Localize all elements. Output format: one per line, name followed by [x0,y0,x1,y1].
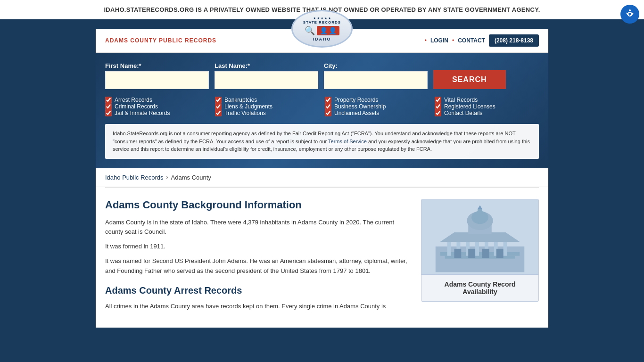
search-form: First Name:* Last Name:* City: SEARCH [105,62,539,89]
checkbox-criminal-records-label: Criminal Records [115,103,158,110]
arrest-section-title: Adams County Arrest Records [105,285,410,296]
svg-rect-18 [454,248,461,258]
phone-button[interactable]: (208) 218-8138 [489,34,539,47]
checkbox-registered-licenses-label: Registered Licenses [444,103,495,110]
checkbox-vital-records-label: Vital Records [444,97,478,103]
card-header: ADAMS COUNTY PUBLIC RECORDS ★ ★ ★ ★ ★ ST… [96,29,548,53]
checkbox-bankruptcies-input[interactable] [215,97,222,103]
main-content: Adams County Background Information Adam… [105,199,410,317]
svg-rect-11 [504,241,507,255]
county-title: ADAMS COUNTY PUBLIC RECORDS [105,37,216,44]
checkbox-vital-records-input[interactable] [435,97,441,103]
logo-oval: ★ ★ ★ ★ ★ STATE RECORDS 🔍 👤 👤 IDAHO [291,10,353,48]
checkbox-col-2: Bankruptcies Liens & Judgments Traffic V… [215,97,319,116]
checkbox-grid: Arrest Records Criminal Records Jail & I… [105,97,539,116]
checkbox-liens-judgments-input[interactable] [215,103,222,110]
svg-rect-5 [447,241,451,255]
checkbox-property-records: Property Records [325,97,429,103]
main-card: ADAMS COUNTY PUBLIC RECORDS ★ ★ ★ ★ ★ ST… [96,29,548,328]
checkbox-property-records-input[interactable] [325,97,331,103]
logo-container: ★ ★ ★ ★ ★ STATE RECORDS 🔍 👤 👤 IDAHO [291,10,353,48]
logo-bottom-text: IDAHO [303,37,341,41]
svg-rect-19 [468,248,475,258]
checkbox-contact-details: Contact Details [435,110,539,116]
last-name-input[interactable] [215,71,318,89]
checkbox-liens-judgments-label: Liens & Judgments [224,103,272,110]
checkbox-bankruptcies: Bankruptcies [215,97,319,103]
checkbox-vital-records: Vital Records [435,97,539,103]
first-name-group: First Name:* [105,62,209,89]
checkbox-traffic-violations-input[interactable] [215,110,222,116]
checkbox-business-ownership-input[interactable] [325,103,331,110]
svg-rect-3 [440,252,520,255]
logo-icons: 🔍 👤 👤 [303,25,341,36]
person-icon-1: 👤 [320,27,328,34]
last-name-label: Last Name:* [215,62,318,69]
first-name-label: First Name:* [105,62,209,69]
checkbox-arrest-records: Arrest Records [105,97,209,103]
search-button[interactable]: SEARCH [433,70,506,89]
checkbox-arrest-records-label: Arrest Records [115,97,152,103]
checkbox-property-records-label: Property Records [334,97,378,103]
breadcrumb-parent-link[interactable]: Idaho Public Records [105,174,164,181]
tos-link[interactable]: Terms of Service [328,139,367,144]
city-label: City: [324,62,428,69]
checkbox-criminal-records-input[interactable] [105,103,112,110]
sidebar-card: Adams County Record Availability [421,199,539,302]
arrest-paragraph: All crimes in the Adams County area have… [105,302,410,312]
logo-stars: ★ ★ ★ ★ ★ [303,16,341,20]
building-image [421,199,538,275]
checkbox-col-3: Property Records Business Ownership Uncl… [325,97,429,116]
search-section: First Name:* Last Name:* City: SEARCH [96,53,548,168]
checkbox-jail-inmate-label: Jail & Inmate Records [115,110,170,116]
sidebar-caption: Adams County Record Availability [421,275,538,301]
accessibility-button[interactable] [620,5,639,24]
city-input[interactable] [324,71,428,89]
person-icon-2: 👤 [329,27,337,34]
background-section-title: Adams County Background Information [105,199,410,211]
checkbox-registered-licenses: Registered Licenses [435,103,539,110]
checkbox-traffic-violations: Traffic Violations [215,110,319,116]
background-paragraph-1: Adams County is in the state of Idaho. T… [105,218,410,238]
breadcrumb-separator: › [166,174,168,181]
checkbox-jail-inmate-input[interactable] [105,110,112,116]
svg-rect-21 [496,248,504,258]
checkbox-col-1: Arrest Records Criminal Records Jail & I… [105,97,209,116]
login-link[interactable]: LOGIN [430,37,448,44]
checkbox-registered-licenses-input[interactable] [435,103,441,110]
header-nav: • LOGIN • CONTACT (208) 218-8138 [425,34,539,47]
contact-link[interactable]: CONTACT [458,37,485,44]
checkbox-business-ownership-label: Business Ownership [334,103,386,110]
checkbox-contact-details-input[interactable] [435,110,441,116]
checkbox-traffic-violations-label: Traffic Violations [224,110,266,116]
breadcrumb-current: Adams County [171,174,211,181]
checkbox-arrest-records-input[interactable] [105,97,112,103]
dot-2: • [452,37,454,44]
logo-inner: ★ ★ ★ ★ ★ STATE RECORDS 🔍 👤 👤 IDAHO [303,16,341,41]
background-paragraph-2: It was formed in 1911. [105,242,410,252]
background-paragraph-3: It was named for Second US President Joh… [105,256,410,276]
sidebar: Adams County Record Availability [421,199,539,317]
checkbox-bankruptcies-label: Bankruptcies [224,97,257,103]
checkbox-col-4: Vital Records Registered Licenses Contac… [435,97,539,116]
checkbox-unclaimed-assets-label: Unclaimed Assets [334,110,379,116]
svg-rect-20 [482,248,489,258]
checkbox-jail-inmate: Jail & Inmate Records [105,110,209,116]
logo-people: 👤 👤 [317,26,339,35]
magnify-icon: 🔍 [305,25,315,36]
svg-point-0 [629,9,631,11]
bottom-inner: Adams County Background Information Adam… [96,188,548,328]
checkbox-business-ownership: Business Ownership [325,103,429,110]
svg-rect-16 [478,209,482,214]
breadcrumb: Idaho Public Records › Adams County [96,168,548,187]
page-wrapper: ADAMS COUNTY PUBLIC RECORDS ★ ★ ★ ★ ★ ST… [0,19,644,349]
checkbox-contact-details-label: Contact Details [444,110,482,116]
city-group: City: [324,62,428,89]
checkbox-unclaimed-assets: Unclaimed Assets [325,110,429,116]
logo-top-text: STATE RECORDS [303,20,341,25]
first-name-input[interactable] [105,71,209,89]
dot-1: • [425,37,427,44]
svg-rect-8 [475,241,479,255]
last-name-group: Last Name:* [215,62,318,89]
checkbox-unclaimed-assets-input[interactable] [325,110,331,116]
